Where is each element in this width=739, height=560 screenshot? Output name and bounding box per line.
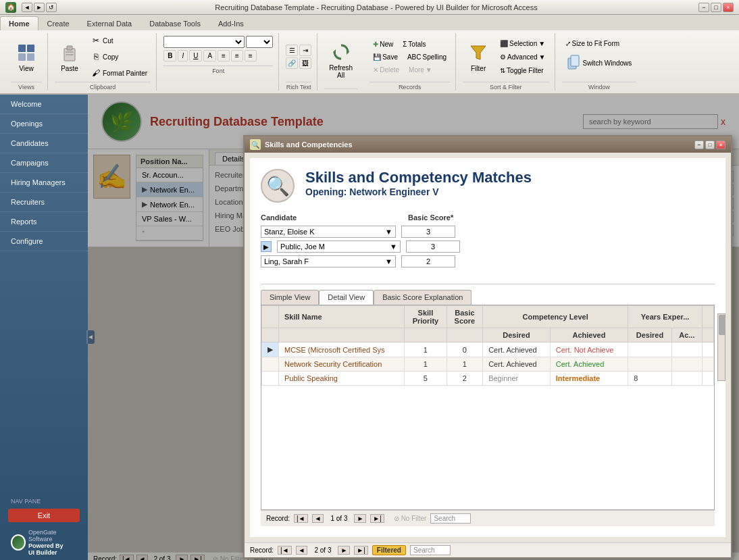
modal-icon: 🔍 [250, 139, 261, 150]
tab-create[interactable]: Create [39, 16, 78, 30]
skills-table-scroll[interactable]: Skill Name SkillPriority BasicScore Comp… [261, 305, 714, 509]
sidebar-item-openings[interactable]: Openings [0, 114, 88, 134]
cut-btn[interactable]: ✂ Cut [87, 33, 151, 48]
modal-minimize-btn[interactable]: − [694, 141, 704, 149]
outer-nav-last[interactable]: ►| [354, 546, 368, 555]
ribbon-group-font: B I U A ≡ ≡ ≡ Font [158, 33, 279, 91]
th-years-exp: Years Exper... [628, 306, 703, 328]
skills-table: Skill Name SkillPriority BasicScore Comp… [261, 305, 714, 386]
outer-nav-next[interactable]: ► [338, 546, 350, 555]
modal-nav-next[interactable]: ► [354, 514, 366, 523]
modal-nav-last[interactable]: ►| [370, 514, 384, 523]
tab-database-tools[interactable]: Database Tools [141, 16, 209, 30]
row2-achieved: Cert. Achieved [550, 357, 628, 372]
minimize-btn[interactable]: − [698, 3, 709, 12]
sidebar-item-recruiters[interactable]: Recruiters [0, 193, 88, 212]
hyperlink-btn[interactable]: 🔗 [286, 57, 298, 69]
indent-btn[interactable]: ⇥ [299, 45, 311, 56]
titlebar-back-btn[interactable]: ◄ [22, 3, 32, 12]
modal-controls: − □ × [694, 141, 725, 149]
sidebar-item-configure[interactable]: Configure [0, 232, 88, 251]
row1-selector: ▶ [262, 342, 279, 357]
spelling-btn[interactable]: ABC Spelling [404, 51, 450, 63]
th-achieved: Achieved [550, 328, 628, 342]
modal-outer-nav: Record: |◄ ◄ 2 of 3 ► ►| Filtered [245, 542, 731, 557]
titlebar-forward-btn[interactable]: ► [34, 3, 45, 12]
font-size-select[interactable] [246, 36, 273, 48]
selection-btn[interactable]: ⬛ Selection▼ [496, 38, 549, 49]
exit-btn[interactable]: Exit [8, 509, 80, 522]
th-competency-level: Competency Level [483, 306, 628, 328]
modal-nav-first[interactable]: |◄ [294, 514, 308, 523]
bold-btn[interactable]: B [163, 50, 176, 61]
modal-title-block: Skills and Competency Matches Opening: N… [305, 169, 532, 197]
row1-years-desired [628, 342, 672, 357]
copy-btn[interactable]: ⎘ Copy [87, 49, 151, 64]
tab-external-data[interactable]: External Data [78, 16, 141, 30]
candidate-select-1[interactable]: Stanz, Eloise K ▼ [261, 226, 396, 238]
row2-priority: 1 [405, 357, 447, 372]
font-family-select[interactable] [163, 36, 245, 48]
sidebar-item-candidates[interactable]: Candidates [0, 134, 88, 153]
candidate-select-3[interactable]: Ling, Sarah F ▼ [261, 255, 396, 268]
totals-btn[interactable]: Σ Totals [399, 39, 429, 50]
format-painter-btn[interactable]: 🖌 Format Painter [87, 66, 151, 80]
view-btn[interactable]: View [11, 39, 42, 76]
align-right-btn[interactable]: ≡ [245, 50, 257, 61]
sidebar-item-reports[interactable]: Reports [0, 212, 88, 232]
italic-btn[interactable]: I [178, 50, 188, 61]
main-layout: ◄ Welcome Openings Candidates Campaigns … [0, 95, 739, 560]
dv-tab-simple[interactable]: Simple View [261, 290, 319, 305]
title-bar-text: Recruiting Database Template - Recruitin… [57, 3, 696, 11]
more-btn[interactable]: More ▼ [405, 64, 436, 76]
toggle-filter-btn[interactable]: ⇅ Toggle Filter [496, 65, 549, 76]
outer-search-input[interactable] [410, 545, 451, 555]
image-btn[interactable]: 🖼 [299, 57, 311, 69]
table-row: Public Speaking 5 2 Beginner Intermediat… [262, 372, 714, 386]
paste-btn[interactable]: Paste [55, 39, 84, 76]
dv-tab-detail[interactable]: Detail View [319, 290, 374, 305]
dv-tab-basic-score[interactable]: Basic Score Explanation [374, 290, 472, 305]
totals-icon: Σ [403, 41, 407, 48]
advanced-btn[interactable]: ⚙ Advanced▼ [496, 51, 549, 63]
modal-search-input[interactable] [430, 513, 471, 524]
modal-close-btn[interactable]: × [716, 141, 725, 149]
align-left-btn[interactable]: ≡ [218, 50, 230, 61]
outer-nav-first[interactable]: |◄ [278, 546, 292, 555]
titlebar-refresh-btn[interactable]: ↺ [46, 3, 57, 12]
records-group-label: Records [370, 82, 450, 91]
svg-rect-5 [67, 46, 72, 50]
switch-windows-btn[interactable]: Switch Windows [562, 51, 637, 76]
candidate-select-2[interactable]: Public, Joe M ▼ [277, 240, 401, 253]
row2-selector [262, 357, 279, 372]
underline-btn[interactable]: U [189, 50, 202, 61]
delete-btn[interactable]: ✕ Delete [370, 64, 403, 76]
refresh-btn[interactable]: RefreshAll [324, 38, 357, 82]
list-btn[interactable]: ☰ [286, 45, 298, 56]
svg-rect-6 [66, 51, 74, 53]
new-record-btn[interactable]: ✚ New [370, 39, 397, 50]
modal-body: 🔍 Skills and Competency Matches Opening:… [250, 158, 725, 537]
sort-filter-group-label: Sort & Filter [463, 82, 549, 91]
sidebar-item-welcome[interactable]: Welcome [0, 95, 88, 114]
filter-btn[interactable]: Filter [463, 39, 494, 76]
maximize-btn[interactable]: □ [711, 3, 721, 12]
outer-nav-prev[interactable]: ◄ [296, 546, 308, 555]
sidebar-item-campaigns[interactable]: Campaigns [0, 153, 88, 173]
close-btn[interactable]: × [723, 3, 734, 12]
tab-add-ins[interactable]: Add-Ins [209, 16, 253, 30]
row1-achieved: Cert. Not Achieve [550, 342, 628, 357]
align-center-btn[interactable]: ≡ [231, 50, 243, 61]
row1-priority: 1 [405, 342, 447, 357]
tab-home[interactable]: Home [0, 16, 39, 30]
modal-maximize-btn[interactable]: □ [705, 141, 715, 149]
font-color-btn[interactable]: A [203, 50, 216, 61]
sidebar-item-hiring-managers[interactable]: Hiring Managers [0, 173, 88, 193]
size-to-fit-btn[interactable]: ⤢ Size to Fit Form [562, 38, 623, 49]
save-record-btn[interactable]: 💾 Save [370, 51, 401, 63]
svg-rect-0 [18, 45, 26, 52]
row3-years-achieved [671, 372, 702, 386]
svg-rect-1 [27, 45, 34, 52]
row2-skill-name: Network Security Certification [279, 357, 405, 372]
modal-nav-prev[interactable]: ◄ [312, 514, 324, 523]
